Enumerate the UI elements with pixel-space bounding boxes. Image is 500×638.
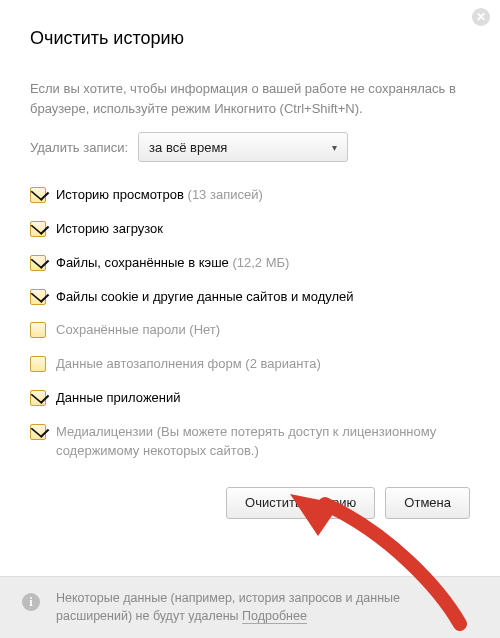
option-checkbox[interactable] bbox=[30, 322, 46, 338]
option-label: Медиалицензии bbox=[56, 424, 153, 439]
option-checkbox[interactable] bbox=[30, 187, 46, 203]
option-label: Файлы cookie и другие данные сайтов и мо… bbox=[56, 289, 354, 304]
option-text: Данные приложений bbox=[56, 389, 181, 408]
option-row: Файлы, сохранённые в кэше (12,2 МБ) bbox=[30, 254, 470, 273]
option-hint: (Нет) bbox=[189, 322, 220, 337]
option-text: Историю загрузок bbox=[56, 220, 163, 239]
option-checkbox[interactable] bbox=[30, 356, 46, 372]
option-label: Сохранённые пароли bbox=[56, 322, 186, 337]
option-label: Данные автозаполнения форм bbox=[56, 356, 242, 371]
option-row: Данные автозаполнения форм (2 варианта) bbox=[30, 355, 470, 374]
time-range-row: Удалить записи: за всё время ▾ bbox=[30, 132, 470, 162]
learn-more-link[interactable]: Подробнее bbox=[242, 609, 307, 624]
option-row: Сохранённые пароли (Нет) bbox=[30, 321, 470, 340]
option-label: Файлы, сохранённые в кэше bbox=[56, 255, 229, 270]
dialog-title: Очистить историю bbox=[30, 28, 470, 49]
option-hint: (12,2 МБ) bbox=[232, 255, 289, 270]
options-list: Историю просмотров (13 записей)Историю з… bbox=[30, 186, 470, 461]
info-icon: i bbox=[22, 593, 40, 611]
footer-note: i Некоторые данные (например, история за… bbox=[0, 576, 500, 639]
option-row: Историю загрузок bbox=[30, 220, 470, 239]
option-text: Данные автозаполнения форм (2 варианта) bbox=[56, 355, 321, 374]
option-text: Файлы cookie и другие данные сайтов и мо… bbox=[56, 288, 354, 307]
option-label: Историю загрузок bbox=[56, 221, 163, 236]
option-text: Файлы, сохранённые в кэше (12,2 МБ) bbox=[56, 254, 289, 273]
option-text: Историю просмотров (13 записей) bbox=[56, 186, 263, 205]
dialog-actions: Очистить историю Отмена bbox=[30, 481, 470, 539]
option-checkbox[interactable] bbox=[30, 424, 46, 440]
option-hint: (2 варианта) bbox=[245, 356, 320, 371]
intro-text: Если вы хотите, чтобы информация о вашей… bbox=[30, 79, 470, 118]
cancel-button[interactable]: Отмена bbox=[385, 487, 470, 519]
option-text: Сохранённые пароли (Нет) bbox=[56, 321, 220, 340]
option-label: Историю просмотров bbox=[56, 187, 184, 202]
option-text: Медиалицензии (Вы можете потерять доступ… bbox=[56, 423, 470, 461]
time-range-value: за всё время bbox=[149, 140, 227, 155]
option-row: Файлы cookie и другие данные сайтов и мо… bbox=[30, 288, 470, 307]
option-row: Данные приложений bbox=[30, 389, 470, 408]
close-icon[interactable]: ✕ bbox=[472, 8, 490, 26]
time-range-select[interactable]: за всё время ▾ bbox=[138, 132, 348, 162]
option-hint: (13 записей) bbox=[188, 187, 263, 202]
option-checkbox[interactable] bbox=[30, 221, 46, 237]
footer-text: Некоторые данные (например, история запр… bbox=[56, 591, 400, 624]
option-row: Историю просмотров (13 записей) bbox=[30, 186, 470, 205]
clear-history-button[interactable]: Очистить историю bbox=[226, 487, 375, 519]
option-label: Данные приложений bbox=[56, 390, 181, 405]
option-checkbox[interactable] bbox=[30, 289, 46, 305]
option-checkbox[interactable] bbox=[30, 255, 46, 271]
option-checkbox[interactable] bbox=[30, 390, 46, 406]
time-range-label: Удалить записи: bbox=[30, 140, 128, 155]
option-row: Медиалицензии (Вы можете потерять доступ… bbox=[30, 423, 470, 461]
chevron-down-icon: ▾ bbox=[332, 142, 337, 153]
